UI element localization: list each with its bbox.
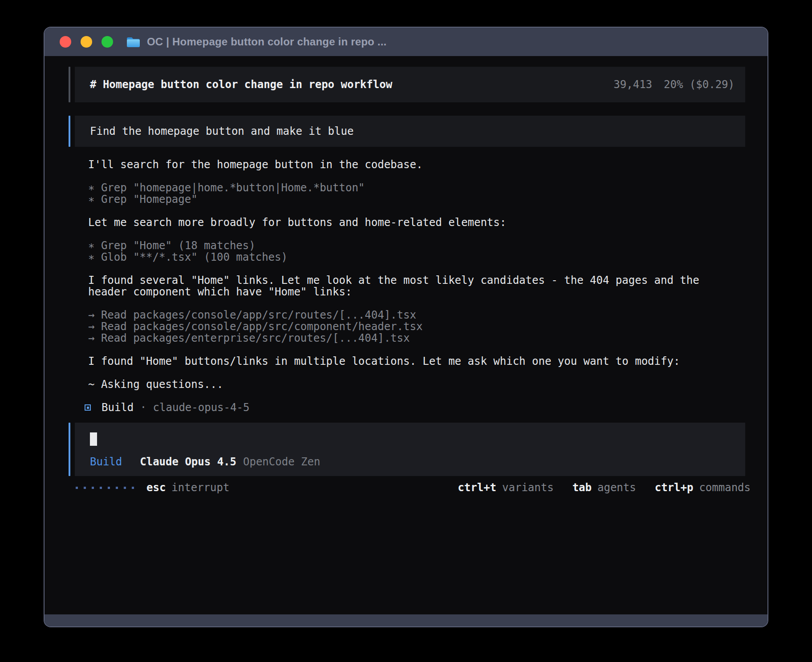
- spinner-dot: [92, 487, 94, 489]
- shortcut-label: variants: [502, 482, 554, 493]
- shortcut-key: ctrl+p: [655, 482, 694, 493]
- close-button[interactable]: [60, 36, 71, 48]
- token-count: 39,413: [613, 79, 652, 90]
- text-cursor: [90, 432, 97, 446]
- blank-line: [88, 170, 745, 182]
- traffic-lights: [60, 36, 113, 48]
- blank-line: [88, 367, 745, 379]
- tool-call-line: ∗ Glob "**/*.tsx" (100 matches): [88, 251, 745, 263]
- tool-call-line: → Read packages/console/app/src/componen…: [88, 321, 745, 332]
- shortcut-key: tab: [572, 482, 592, 493]
- esc-key-hint: esc: [146, 482, 166, 493]
- assistant-text-line: Let me search more broadly for buttons a…: [88, 217, 745, 228]
- session-stats: 39,413 20% ($0.29): [613, 79, 735, 90]
- agent-separator: ·: [134, 402, 153, 413]
- window-title: OC | Homepage button color change in rep…: [147, 36, 386, 48]
- shortcut-commands: ctrl+pcommands: [655, 482, 751, 493]
- terminal-window: OC | Homepage button color change in rep…: [44, 27, 768, 627]
- spinner-dot: [124, 487, 126, 489]
- tool-call-line: ∗ Grep "homepage|home.*button|Home.*butt…: [88, 182, 745, 194]
- assistant-text-line: I found "Home" buttons/links in multiple…: [88, 355, 745, 367]
- shortcut-agents: tabagents: [572, 482, 636, 493]
- window-bottom-bar: [45, 614, 767, 626]
- spinner-dot: [108, 487, 110, 489]
- input-provider-label: OpenCode Zen: [243, 456, 320, 468]
- window-title-group: OC | Homepage button color change in rep…: [126, 36, 386, 48]
- spinner-dots: [76, 487, 134, 489]
- blank-line: [88, 298, 745, 309]
- blank-line: [88, 263, 745, 274]
- agent-build-icon: [85, 404, 91, 411]
- input-meta: Build Claude Opus 4.5 OpenCode Zen: [90, 456, 730, 468]
- status-bar: esc interrupt ctrl+tvariantstabagentsctr…: [69, 482, 745, 493]
- session-title: # Homepage button color change in repo w…: [90, 79, 392, 90]
- blank-line: [88, 228, 745, 240]
- shortcut-label: commands: [699, 482, 751, 493]
- assistant-text-line: I'll search for the homepage button in t…: [88, 159, 745, 170]
- spinner-dot: [76, 487, 78, 489]
- maximize-button[interactable]: [102, 36, 113, 48]
- spinner-dot: [84, 487, 86, 489]
- prompt-input-border: [69, 423, 70, 476]
- tool-call-line: ∗ Grep "Home" (18 matches): [88, 240, 745, 251]
- tool-call-line: → Read packages/enterprise/src/routes/[.…: [88, 332, 745, 344]
- terminal-content: # Homepage button color change in repo w…: [45, 56, 767, 614]
- user-message: Find the homepage button and make it blu…: [69, 116, 745, 147]
- titlebar: OC | Homepage button color change in rep…: [45, 28, 767, 56]
- agent-status-line: Build · claude-opus-4-5: [85, 402, 745, 413]
- minimize-button[interactable]: [81, 36, 92, 48]
- spinner-dot: [132, 487, 134, 489]
- shortcut-key: ctrl+t: [458, 482, 496, 493]
- esc-label: interrupt: [171, 482, 229, 493]
- assistant-text-line: ~ Asking questions...: [88, 379, 745, 390]
- keyboard-shortcuts: ctrl+tvariantstabagentsctrl+pcommands: [458, 482, 751, 493]
- session-header-border: [69, 67, 70, 102]
- spinner-dot: [116, 487, 118, 489]
- tool-call-line: → Read packages/console/app/src/routes/[…: [88, 309, 745, 321]
- agent-name: Build: [102, 402, 134, 413]
- blank-line: [88, 205, 745, 217]
- user-message-text: Find the homepage button and make it blu…: [90, 125, 353, 137]
- user-message-border: [69, 116, 70, 147]
- tool-call-line: ∗ Grep "Homepage": [88, 194, 745, 205]
- folder-icon: [126, 36, 140, 48]
- shortcut-label: agents: [597, 482, 636, 493]
- assistant-output: I'll search for the homepage button in t…: [88, 159, 745, 390]
- input-agent-label[interactable]: Build: [90, 456, 122, 468]
- assistant-text-line: I found several "Home" links. Let me loo…: [88, 274, 745, 286]
- session-header: # Homepage button color change in repo w…: [69, 67, 745, 102]
- agent-model: claude-opus-4-5: [153, 402, 250, 413]
- assistant-text-line: header component which have "Home" links…: [88, 286, 745, 298]
- shortcut-variants: ctrl+tvariants: [458, 482, 553, 493]
- prompt-input[interactable]: Build Claude Opus 4.5 OpenCode Zen: [69, 423, 745, 476]
- context-usage: 20% ($0.29): [664, 79, 735, 90]
- blank-line: [88, 344, 745, 355]
- spinner-dot: [100, 487, 102, 489]
- input-model-label[interactable]: Claude Opus 4.5: [140, 456, 236, 468]
